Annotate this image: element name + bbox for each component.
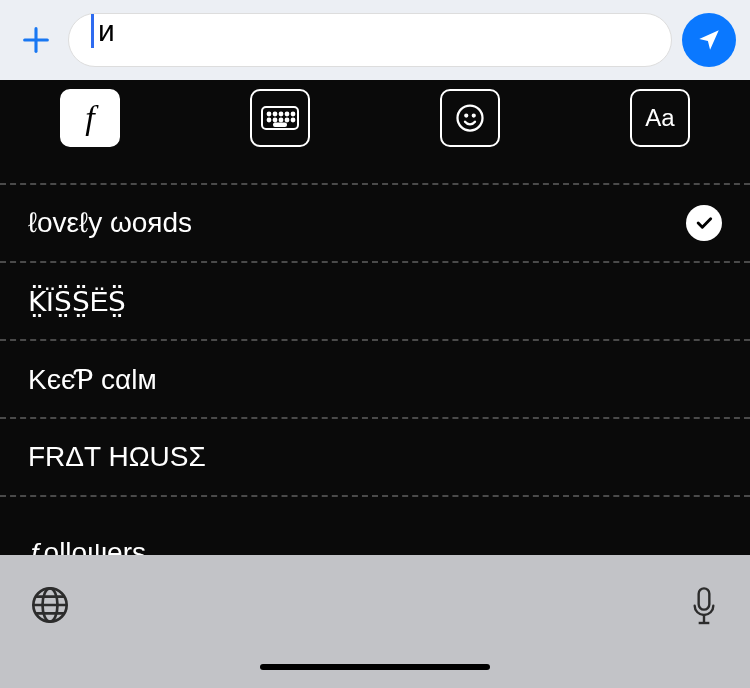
keyboard-toolbar: f Aa [0, 80, 750, 155]
svg-point-16 [473, 114, 475, 116]
mic-icon [688, 585, 720, 629]
send-icon [696, 27, 722, 53]
svg-rect-20 [699, 588, 710, 609]
svg-point-9 [274, 118, 277, 121]
font-option[interactable]: KєєƤ cαlм [0, 339, 750, 417]
home-indicator[interactable] [260, 664, 490, 670]
font-style-list[interactable]: ℓovεℓy ωoяds K̤̈ÏS̤̈S̤̈ËS̤̈ KєєƤ cαlм FR… [0, 155, 750, 555]
message-input[interactable]: и [68, 13, 672, 67]
message-input-bar: и [0, 0, 750, 80]
font-style-icon: f [85, 99, 94, 137]
globe-button[interactable] [30, 585, 70, 629]
font-option[interactable]: ℓovεℓy ωoяds [0, 183, 750, 261]
svg-point-8 [268, 118, 271, 121]
globe-icon [30, 585, 70, 625]
svg-point-12 [292, 118, 295, 121]
keyboard-bottom-bar [0, 555, 750, 688]
text-size-tab[interactable]: Aa [630, 89, 690, 147]
input-value: и [98, 14, 115, 47]
plus-icon [19, 23, 53, 57]
font-option[interactable]: FRΔT HΩUSΣ [0, 417, 750, 495]
svg-point-3 [268, 112, 271, 115]
keyboard-tab[interactable] [250, 89, 310, 147]
check-icon [694, 213, 714, 233]
add-button[interactable] [14, 18, 58, 62]
font-option-label: K̤̈ÏS̤̈S̤̈ËS̤̈ [28, 285, 126, 318]
svg-point-7 [292, 112, 295, 115]
text-caret [91, 14, 94, 48]
selected-checkmark [686, 205, 722, 241]
svg-point-4 [274, 112, 277, 115]
dictation-button[interactable] [688, 585, 720, 633]
svg-point-6 [286, 112, 289, 115]
font-option[interactable]: ƒolloψers [0, 495, 750, 555]
smile-icon [455, 103, 485, 133]
svg-point-14 [458, 105, 483, 130]
font-option-label: ƒolloψers [28, 537, 146, 555]
font-option-label: ℓovεℓy ωoяds [28, 207, 192, 239]
svg-point-15 [465, 114, 467, 116]
svg-point-10 [280, 118, 283, 121]
font-option[interactable]: K̤̈ÏS̤̈S̤̈ËS̤̈ [0, 261, 750, 339]
svg-rect-13 [274, 123, 286, 126]
svg-point-5 [280, 112, 283, 115]
font-option-label: FRΔT HΩUSΣ [28, 441, 206, 473]
text-size-icon: Aa [645, 104, 674, 132]
font-style-tab[interactable]: f [60, 89, 120, 147]
send-button[interactable] [682, 13, 736, 67]
font-option-label: KєєƤ cαlм [28, 363, 157, 396]
emoji-tab[interactable] [440, 89, 500, 147]
keyboard-icon [261, 106, 299, 130]
svg-point-11 [286, 118, 289, 121]
list-spacer [0, 155, 750, 183]
